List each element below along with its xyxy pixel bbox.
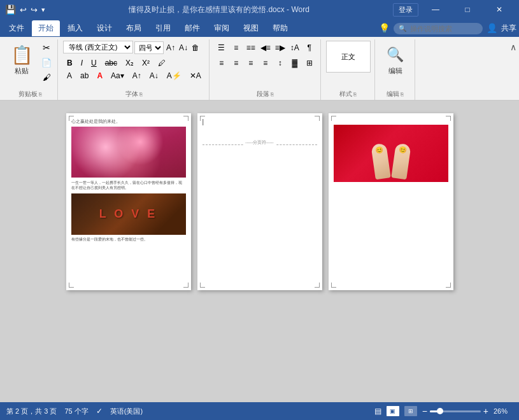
line-spacing-button[interactable]: ↕ — [273, 56, 287, 70]
language[interactable]: 英语(美国) — [110, 407, 143, 416]
clipboard-label: 剪贴板 ⎘ — [18, 88, 42, 100]
menu-layout[interactable]: 布局 — [120, 20, 148, 36]
text-highlight-button[interactable]: ab — [76, 70, 92, 81]
ribbon-group-paragraph: ☰ ≡ ≡≡ ◀≡ ≡▶ ↕A ¶ ≡ ≡ ≡ ≡ ↕ ▓ ⊞ — [211, 39, 321, 100]
menu-review[interactable]: 审阅 — [208, 20, 236, 36]
corner-tr-p1 — [183, 116, 188, 121]
show-formatting-button[interactable]: ¶ — [302, 41, 316, 55]
save-icon[interactable]: 💾 — [5, 4, 16, 15]
zoom-minus-button[interactable]: − — [422, 407, 427, 416]
font-size-select[interactable]: 四号 — [134, 41, 164, 54]
numbering-button[interactable]: ≡ — [229, 41, 243, 55]
change-case-button[interactable]: Aa▾ — [107, 70, 128, 81]
clipboard-label-text: 剪贴板 — [18, 90, 38, 99]
font-shrink-button[interactable]: A↓ — [178, 42, 189, 53]
font-expand-icon[interactable]: ⎘ — [139, 92, 143, 97]
bold-button[interactable]: B — [63, 57, 76, 69]
menu-mailings[interactable]: 邮件 — [178, 20, 206, 36]
menu-references[interactable]: 引用 — [149, 20, 177, 36]
menu-design[interactable]: 设计 — [90, 20, 118, 36]
redo-icon[interactable]: ↪ — [31, 5, 38, 15]
lightbulb-icon[interactable]: 💡 — [379, 23, 390, 33]
clipboard-expand-icon[interactable]: ⎘ — [39, 92, 42, 97]
text-effects-button[interactable]: A⚡ — [163, 70, 185, 81]
font-color-button[interactable]: A — [63, 70, 76, 81]
paste-button[interactable]: 📋 粘贴 — [6, 41, 37, 78]
menu-file[interactable]: 文件 — [3, 20, 31, 36]
para-expand-icon[interactable]: ⎘ — [271, 92, 274, 97]
corner-tl-p1 — [69, 116, 74, 121]
menu-help[interactable]: 帮助 — [266, 20, 294, 36]
menu-home[interactable]: 开始 — [32, 20, 60, 36]
highlight-button[interactable]: 🖊 — [154, 57, 169, 69]
strikethrough-button[interactable]: abc — [101, 57, 121, 69]
align-left-button[interactable]: ≡ — [215, 56, 229, 70]
maximize-button[interactable]: □ — [453, 0, 482, 19]
sort-button[interactable]: ↕A — [288, 41, 302, 55]
font-label: 字体 ⎘ — [125, 88, 143, 100]
zoom-level[interactable]: 26% — [494, 407, 513, 415]
styles-label-text: 样式 — [339, 90, 352, 99]
print-view-button[interactable]: ▣ — [387, 406, 399, 416]
borders-button[interactable]: ⊞ — [302, 56, 316, 70]
cut-button[interactable]: ✂ — [39, 41, 53, 55]
search-input[interactable] — [394, 23, 483, 34]
corner-bl-p2 — [200, 283, 205, 288]
login-button[interactable]: 登录 — [393, 3, 418, 17]
increase-indent-button[interactable]: ≡▶ — [273, 41, 287, 55]
clear-fmt2-button[interactable]: ✕A — [186, 70, 205, 81]
ribbon-content: 📋 粘贴 ✂ 📄 🖌 剪贴板 ⎘ 等线 (西文正文) — [0, 37, 519, 100]
spell-check-icon[interactable]: ✓ — [96, 407, 103, 416]
copy-button[interactable]: 📄 — [39, 55, 53, 69]
format-painter-button[interactable]: 🖌 — [39, 70, 53, 84]
multilevel-button[interactable]: ≡≡ — [244, 41, 258, 55]
para-row-2: ≡ ≡ ≡ ≡ ↕ ▓ ⊞ — [215, 56, 316, 70]
close-button[interactable]: ✕ — [485, 0, 514, 19]
document-area: 心之赢处处是我的来处。 一生一世一等人，一起携手长久久，留在心口中曾经有多值得，… — [0, 101, 519, 402]
clear-format-button[interactable]: 🗑 — [190, 42, 201, 53]
title-bar-left: 💾 ↩ ↪ ▾ — [5, 4, 45, 15]
menu-bar: 文件 开始 插入 设计 布局 引用 邮件 审阅 视图 帮助 💡 👤 共享 — [0, 19, 519, 37]
zoom-track[interactable] — [430, 410, 481, 412]
styles-label: 样式 ⎘ — [339, 88, 357, 100]
page-break-area: -----分页符----- — [203, 144, 317, 145]
share-button[interactable]: 共享 — [501, 23, 516, 34]
align-right-button[interactable]: ≡ — [244, 56, 258, 70]
superscript-button[interactable]: X² — [138, 57, 153, 69]
menu-view[interactable]: 视图 — [237, 20, 265, 36]
bullets-button[interactable]: ☰ — [215, 41, 229, 55]
page1-mid-text: 一生一世一等人，一起携手长久久，留在心口中曾经有多值得，现 在不想让自己揽到美人… — [71, 180, 186, 191]
justify-button[interactable]: ≡ — [259, 56, 273, 70]
undo-icon[interactable]: ↩ — [20, 5, 27, 15]
font-family-select[interactable]: 等线 (西文正文) — [63, 41, 133, 53]
styles-expand-icon[interactable]: ⎘ — [353, 92, 357, 97]
find-button[interactable]: 🔍 编辑 — [380, 41, 411, 78]
search-wrapper — [394, 22, 483, 34]
zoom-plus-button[interactable]: + — [483, 407, 488, 416]
styles-gallery[interactable]: 正文 — [326, 41, 371, 73]
subscript-button[interactable]: X₂ — [122, 57, 138, 69]
shading-button[interactable]: ▓ — [288, 56, 302, 70]
decrease-indent-button[interactable]: ◀≡ — [259, 41, 273, 55]
user-icon[interactable]: 👤 — [487, 23, 497, 33]
web-view-button[interactable]: ⊞ — [404, 406, 417, 416]
italic-button[interactable]: I — [77, 57, 87, 69]
collapse-ribbon-button[interactable]: ∧ — [510, 42, 516, 52]
menu-insert[interactable]: 插入 — [61, 20, 89, 36]
minimize-button[interactable]: — — [421, 0, 450, 19]
align-center-button[interactable]: ≡ — [229, 56, 243, 70]
editing-expand-icon[interactable]: ⎘ — [401, 92, 404, 97]
font-color-btn2[interactable]: A — [93, 70, 106, 81]
doc-view-icon[interactable]: ▤ — [374, 407, 381, 416]
ribbon-group-styles: 正文 样式 ⎘ — [322, 39, 375, 100]
font-content: 等线 (西文正文) 四号 A↑ A↓ 🗑 B I U abc X₂ X² — [63, 39, 205, 88]
page3-image-fingers: 😊 😊 — [334, 125, 448, 182]
editing-label-group: 编辑 ⎘ — [387, 88, 404, 100]
underline-button[interactable]: U — [87, 57, 101, 69]
corner-br-p2 — [315, 283, 320, 288]
page1-image-flowers — [71, 127, 186, 178]
title-bar-right: 登录 — □ ✕ — [393, 0, 514, 19]
font-aa-button[interactable]: A↑ — [129, 70, 145, 81]
font-grow-button[interactable]: A↑ — [165, 42, 176, 53]
font-aa2-button[interactable]: A↓ — [146, 70, 162, 81]
